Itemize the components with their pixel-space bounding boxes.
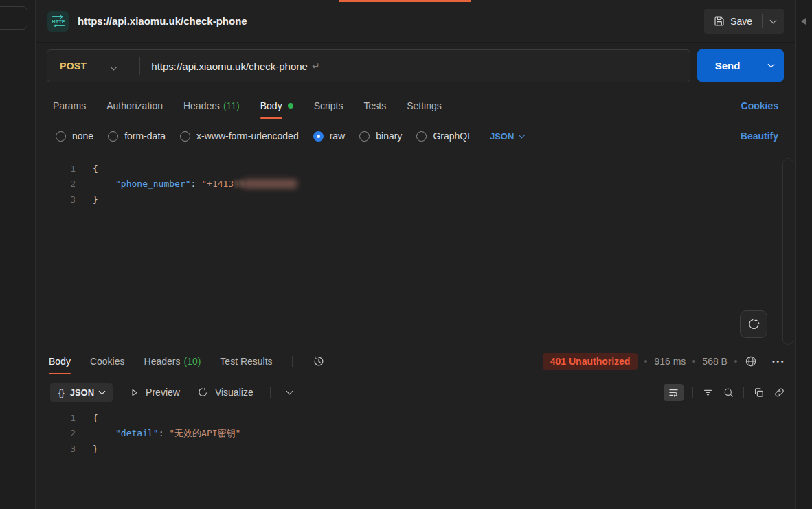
response-tab-body[interactable]: Body — [49, 348, 71, 374]
tab-params[interactable]: Params — [53, 93, 86, 119]
code-line: 2 "detail": "无效的API密钥" — [36, 426, 795, 442]
method-chevron-down-icon[interactable] — [111, 60, 116, 72]
code-line: 3 } — [36, 192, 795, 207]
response-view-tools — [664, 384, 785, 401]
redacted-phone-blur — [243, 179, 297, 188]
save-button-group: Save — [704, 9, 784, 34]
radio-none[interactable]: none — [56, 131, 93, 142]
tab-settings[interactable]: Settings — [407, 93, 442, 119]
beautify-link[interactable]: Beautify — [741, 131, 778, 142]
response-header: Body Cookies Headers(10) Test Results 40… — [36, 346, 795, 376]
method-selector[interactable]: POST — [47, 60, 87, 71]
dot-separator — [644, 360, 647, 363]
divider — [139, 57, 140, 75]
radio-x-www-form-urlencoded[interactable]: x-www-form-urlencoded — [180, 131, 299, 142]
request-title: https://api.xiaomu.uk/check-phone — [78, 15, 247, 27]
divider — [270, 387, 271, 398]
save-button[interactable]: Save — [704, 9, 762, 34]
response-time: 916 ms — [654, 356, 686, 367]
chevron-down-icon — [99, 387, 106, 394]
response-tab-headers[interactable]: Headers(10) — [144, 348, 201, 374]
indent-guide — [95, 177, 115, 192]
tab-scripts[interactable]: Scripts — [314, 93, 343, 119]
dot-separator — [692, 360, 695, 363]
code-line: 1 { — [36, 410, 795, 426]
radio-circle — [416, 131, 427, 142]
dot-separator — [734, 360, 737, 363]
chevron-down-icon — [519, 131, 526, 138]
body-modified-dot — [288, 103, 293, 109]
response-body-viewer[interactable]: 1 { 2 "detail": "无效的API密钥" 3 } — [36, 410, 795, 457]
right-rail — [795, 0, 812, 509]
body-type-selector: none form-data x-www-form-urlencoded raw… — [36, 123, 795, 149]
copy-icon[interactable] — [753, 387, 765, 398]
response-tab-cookies[interactable]: Cookies — [90, 348, 125, 374]
cookies-link[interactable]: Cookies — [741, 100, 778, 111]
sidebar-collapsed-item[interactable] — [0, 6, 27, 30]
tab-body[interactable]: Body — [260, 93, 293, 119]
divider — [743, 387, 744, 398]
radio-circle — [180, 131, 190, 142]
svg-text:HTTP: HTTP — [52, 18, 65, 24]
radio-form-data[interactable]: form-data — [108, 131, 166, 142]
radio-circle — [108, 131, 118, 142]
code-line: 3 } — [36, 441, 795, 457]
code-line: 2 "phone_number": "+141355 — [36, 177, 795, 192]
request-header-bar: HTTP https://api.xiaomu.uk/check-phone S… — [36, 0, 795, 43]
indent-guide — [95, 426, 115, 441]
save-options-button[interactable] — [763, 9, 784, 34]
radio-graphql[interactable]: GraphQL — [416, 131, 473, 142]
play-icon — [129, 387, 139, 398]
save-button-label: Save — [730, 16, 752, 27]
wrap-text-icon[interactable] — [664, 384, 684, 401]
code-line: 1 { — [36, 161, 795, 177]
main-panel: HTTP https://api.xiaomu.uk/check-phone S… — [36, 0, 795, 509]
save-icon — [714, 16, 725, 27]
response-size: 568 B — [702, 356, 728, 367]
radio-binary[interactable]: binary — [359, 131, 402, 142]
language-select[interactable]: JSON — [490, 131, 524, 142]
url-enter-glyph: ↵ — [312, 60, 320, 71]
sparkle-icon — [196, 386, 209, 398]
filter-icon[interactable] — [702, 387, 714, 398]
radio-circle — [56, 131, 66, 142]
send-button-group: Send — [697, 49, 784, 82]
link-icon[interactable] — [774, 387, 785, 398]
response-status-group: 401 Unauthorized 916 ms 568 B ••• — [543, 353, 785, 370]
more-options-icon[interactable]: ••• — [772, 357, 785, 365]
radio-raw[interactable]: raw — [313, 131, 346, 142]
response-history-icon[interactable] — [312, 354, 326, 368]
radio-circle-selected — [313, 131, 324, 142]
request-tabs: Params Authorization Headers(11) Body Sc… — [36, 91, 795, 120]
status-badge: 401 Unauthorized — [543, 353, 638, 370]
app-window: HTTP https://api.xiaomu.uk/check-phone S… — [0, 0, 812, 509]
collapse-panel-arrow-icon[interactable] — [801, 18, 806, 25]
response-toolbar: {} JSON Preview Visualize — [36, 378, 795, 406]
tab-tests[interactable]: Tests — [363, 93, 386, 119]
request-url-bar: POST https://api.xiaomu.uk/check-phone ↵ — [47, 49, 690, 82]
editor-scrollbar[interactable] — [782, 158, 793, 345]
divider — [765, 356, 765, 367]
send-options-button[interactable] — [758, 49, 784, 82]
tab-headers[interactable]: Headers(11) — [183, 93, 240, 119]
search-icon[interactable] — [723, 387, 734, 398]
response-headers-count: (10) — [183, 356, 201, 367]
send-button[interactable]: Send — [697, 49, 758, 82]
tab-authorization[interactable]: Authorization — [106, 93, 163, 119]
request-body-editor[interactable]: 1 { 2 "phone_number": "+141355 3 } — [36, 161, 795, 207]
http-method-icon: HTTP — [47, 11, 69, 32]
preview-button[interactable]: Preview — [129, 387, 180, 398]
network-globe-icon[interactable] — [744, 354, 758, 368]
response-format-select[interactable]: {} JSON — [50, 383, 113, 402]
divider — [692, 387, 693, 398]
more-views-chevron-icon[interactable] — [286, 387, 293, 394]
braces-icon: {} — [58, 387, 65, 398]
url-input[interactable]: https://api.xiaomu.uk/check-phone — [151, 60, 308, 72]
left-sidebar — [0, 0, 36, 509]
divider — [292, 356, 293, 367]
postbot-button[interactable] — [740, 310, 767, 338]
response-tab-test-results[interactable]: Test Results — [220, 348, 272, 374]
active-tab-top-indicator — [339, 0, 471, 2]
visualize-button[interactable]: Visualize — [196, 386, 253, 398]
headers-count: (11) — [223, 100, 240, 111]
